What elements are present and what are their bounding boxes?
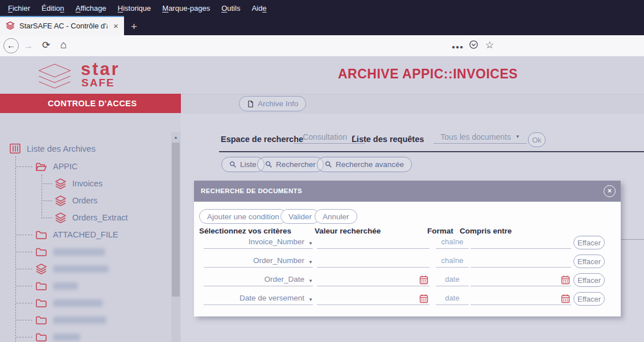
calendar-icon[interactable] bbox=[561, 294, 570, 303]
page-actions-icon[interactable]: ●●● bbox=[452, 40, 464, 55]
archive-info-button[interactable]: Archive Info bbox=[239, 96, 306, 111]
queries-list-label: Liste des requêtes bbox=[352, 135, 424, 144]
column-header-between: Compris entre bbox=[460, 227, 512, 235]
redacted-label bbox=[53, 299, 103, 307]
back-button[interactable]: ← bbox=[3, 38, 19, 53]
calendar-icon[interactable] bbox=[419, 294, 428, 303]
tree-item-invoices[interactable]: Invoices bbox=[55, 176, 102, 191]
criteria-dropdown[interactable]: Invoice_Number▼ bbox=[204, 235, 313, 249]
column-header-format: Format bbox=[427, 227, 453, 235]
tree-item-redacted[interactable] bbox=[35, 329, 80, 342]
recherche-avancee-button[interactable]: Recherche avancée bbox=[317, 157, 412, 172]
add-condition-button[interactable]: Ajouter une condition bbox=[199, 209, 287, 224]
sidebar: CONTROLE D'ACCES Liste des Archives APPI… bbox=[0, 94, 181, 342]
criteria-row: Invoice_Number▼ chaîne Effacer bbox=[194, 235, 621, 250]
tree-item-attached-file[interactable]: ATTACHED_FILE bbox=[35, 227, 118, 243]
validate-button[interactable]: Valider bbox=[280, 209, 320, 224]
new-tab-button[interactable]: + bbox=[131, 20, 137, 33]
menu-edition[interactable]: Édition bbox=[36, 4, 70, 12]
tree-item-redacted[interactable] bbox=[35, 278, 78, 294]
layers-icon bbox=[55, 178, 67, 190]
pocket-icon[interactable] bbox=[469, 40, 478, 49]
criteria-dropdown[interactable]: Order_Number▼ bbox=[204, 254, 313, 268]
tree-item-redacted[interactable] bbox=[35, 295, 103, 311]
chevron-down-icon: ▼ bbox=[308, 293, 313, 307]
tree-item-appic[interactable]: APPIC bbox=[35, 159, 78, 174]
menu-marque-pages[interactable]: Marque-pages bbox=[156, 4, 216, 12]
criteria-dropdown[interactable]: Date de versement▼ bbox=[204, 291, 313, 305]
rechercher-button[interactable]: Rechercher bbox=[257, 157, 324, 172]
column-header-criteria: Sélectionnez vos critères bbox=[199, 227, 291, 235]
reload-button[interactable]: ⟳ bbox=[42, 38, 50, 53]
navigation-toolbar: ← → ⟳ ⌂ knosos /starsafe_Access_Control/… bbox=[0, 35, 644, 57]
layers-icon bbox=[55, 212, 67, 224]
dialog-close-icon[interactable]: × bbox=[604, 185, 616, 197]
value-input[interactable] bbox=[317, 235, 430, 249]
cancel-button[interactable]: Annuler bbox=[315, 209, 357, 224]
chevron-down-icon: ▼ bbox=[308, 256, 313, 269]
calendar-icon[interactable] bbox=[419, 275, 428, 285]
tree-label: Orders bbox=[72, 196, 97, 205]
queries-list-dropdown[interactable]: Tous les documents ▼ bbox=[434, 130, 527, 144]
menu-outils[interactable]: Outils bbox=[216, 4, 246, 12]
tree-item-redacted[interactable] bbox=[35, 244, 105, 260]
tree-root-liste-des-archives[interactable]: Liste des Archives bbox=[9, 140, 96, 156]
value-input[interactable] bbox=[317, 254, 430, 268]
menu-affichage[interactable]: Affichage bbox=[70, 4, 112, 12]
page-title: ARCHIVE APPIC::INVOICES bbox=[338, 66, 518, 82]
between-date-input[interactable] bbox=[470, 291, 571, 305]
folder-icon bbox=[35, 280, 47, 292]
forward-button[interactable]: → bbox=[24, 39, 33, 53]
dialog-header[interactable]: RECHERCHE DE DOCUMENTS × bbox=[194, 181, 621, 202]
chevron-down-icon: ▼ bbox=[515, 134, 520, 139]
tree-guide-line bbox=[15, 156, 16, 342]
format-field: date bbox=[436, 291, 469, 305]
column-header-value: Valeur recherchée bbox=[315, 227, 381, 235]
criteria-row: Order_Number▼ chaîne Effacer bbox=[194, 254, 621, 269]
browser-window: Fichier Édition Affichage Historique Mar… bbox=[0, 0, 644, 342]
redacted-label bbox=[53, 265, 109, 273]
value-date-input[interactable] bbox=[317, 291, 430, 305]
starsafe-favicon-icon bbox=[6, 21, 15, 30]
clear-button[interactable]: Effacer bbox=[573, 273, 605, 287]
clear-button[interactable]: Effacer bbox=[573, 236, 605, 249]
tree-item-orders[interactable]: Orders bbox=[55, 193, 97, 208]
home-button[interactable]: ⌂ bbox=[60, 37, 67, 52]
menu-fichier[interactable]: Fichier bbox=[2, 4, 36, 12]
clear-button[interactable]: Effacer bbox=[573, 255, 605, 268]
between-date-input[interactable] bbox=[470, 273, 571, 286]
format-field: date bbox=[436, 273, 469, 286]
tab-starsafe[interactable]: StarSAFE AC - Contrôle d'accès × bbox=[0, 16, 124, 35]
sidebar-scrollbar[interactable]: ▲ bbox=[171, 132, 180, 342]
tree-guide-line bbox=[42, 174, 42, 219]
scrollbar-up-icon[interactable]: ▲ bbox=[171, 132, 180, 142]
bookmark-star-icon[interactable]: ☆ bbox=[485, 38, 494, 53]
document-search-dialog: RECHERCHE DE DOCUMENTS × Ajouter une con… bbox=[194, 181, 621, 316]
tab-title: StarSAFE AC - Contrôle d'accès bbox=[19, 22, 108, 30]
redacted-label bbox=[53, 248, 105, 256]
menu-aide[interactable]: Aide bbox=[246, 4, 272, 12]
starsafe-logo-icon bbox=[35, 61, 74, 91]
sidebar-header: CONTROLE D'ACCES bbox=[0, 94, 181, 113]
value-date-input[interactable] bbox=[317, 273, 430, 286]
criteria-dropdown[interactable]: Order_Date▼ bbox=[204, 273, 313, 286]
between-input[interactable] bbox=[470, 254, 571, 268]
folder-icon bbox=[35, 297, 47, 309]
tree-item-redacted[interactable] bbox=[35, 312, 106, 328]
menu-historique[interactable]: Historique bbox=[112, 4, 157, 12]
tree-item-redacted[interactable] bbox=[35, 261, 109, 277]
search-icon bbox=[265, 161, 273, 168]
menu-bar: Fichier Édition Affichage Historique Mar… bbox=[0, 0, 644, 16]
clear-button[interactable]: Effacer bbox=[573, 292, 605, 306]
scrollbar-thumb[interactable] bbox=[172, 143, 180, 297]
document-icon bbox=[247, 100, 254, 108]
tree-item-orders-extract[interactable]: Orders_Extract bbox=[55, 210, 128, 226]
calendar-icon[interactable] bbox=[561, 275, 570, 285]
ok-button[interactable]: Ok bbox=[528, 132, 546, 147]
folder-icon bbox=[35, 314, 47, 326]
criteria-row: Order_Date▼ date Effacer bbox=[194, 273, 621, 287]
layers-icon bbox=[35, 263, 47, 275]
folder-icon bbox=[35, 331, 47, 342]
tab-close-icon[interactable]: × bbox=[112, 21, 119, 31]
between-input[interactable] bbox=[470, 235, 571, 249]
